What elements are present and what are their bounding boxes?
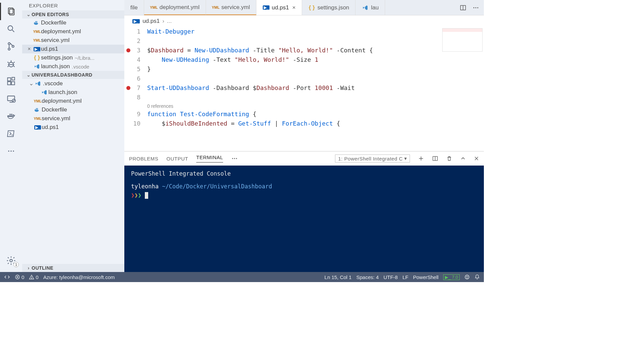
editor-tab[interactable]: file (124, 0, 144, 15)
warnings-status[interactable]: 0 (29, 274, 38, 280)
panel-tab-terminal[interactable]: TERMINAL (196, 154, 223, 163)
svg-point-45 (477, 7, 478, 8)
terminal[interactable]: PowerShell Integrated Console tyleonha ~… (124, 166, 484, 272)
open-editor-item[interactable]: launch.json.vscode (22, 62, 124, 71)
prompt-icon: ❯ (131, 192, 134, 198)
yaml-icon: YML (34, 117, 41, 121)
svg-point-46 (232, 158, 233, 159)
editor-tab[interactable]: { }settings.json (302, 0, 356, 15)
remote-status-icon[interactable] (4, 274, 10, 280)
svg-rect-14 (8, 78, 11, 81)
svg-rect-40 (37, 108, 38, 109)
svg-rect-37 (36, 109, 37, 110)
open-editor-item[interactable]: ×▶_ud.ps1 (22, 45, 124, 53)
yaml-icon: YML (33, 38, 41, 42)
feedback-icon[interactable] (464, 274, 470, 280)
svg-point-43 (473, 7, 474, 8)
svg-rect-25 (9, 114, 11, 115)
open-editor-item[interactable]: YMLdeployment.yml (22, 27, 124, 36)
minimap[interactable] (442, 28, 483, 52)
encoding-status[interactable]: UTF-8 (383, 274, 398, 280)
bottom-panel: PROBLEMS OUTPUT TERMINAL 1: PowerShell I… (124, 151, 484, 272)
json-icon: { } (34, 54, 40, 61)
open-editors-header[interactable]: ⌄ OPEN EDITORS (22, 10, 124, 18)
new-terminal-icon[interactable] (418, 155, 424, 162)
explorer-sidebar: EXPLORER ⌄ OPEN EDITORS DockerfileYMLdep… (22, 0, 124, 272)
notifications-icon[interactable] (474, 274, 480, 280)
spaces-status[interactable]: Spaces: 4 (356, 274, 379, 280)
svg-rect-36 (35, 109, 36, 110)
docker-activity-icon[interactable] (0, 107, 22, 125)
yaml-icon: YML (34, 99, 41, 103)
code-editor[interactable]: 12345678910 Wait-Debugger$Dashboard = Ne… (124, 27, 484, 151)
more-tabs-icon[interactable] (472, 4, 479, 11)
source-control-activity-icon[interactable] (0, 38, 22, 55)
file-tree-item[interactable]: ▶_ud.ps1 (22, 123, 124, 132)
editor-tab[interactable]: YMLservice.yml (206, 0, 256, 15)
vscode-icon (41, 89, 47, 95)
debug-activity-icon[interactable] (0, 55, 22, 73)
dropdown-icon: ▾ (404, 155, 407, 162)
panel-tab-problems[interactable]: PROBLEMS (129, 156, 158, 162)
editor-tab[interactable]: ▶_ud.ps1× (256, 0, 302, 15)
remote-activity-icon[interactable] (0, 90, 22, 107)
folder-vscode[interactable]: ⌄ .vscode (22, 79, 124, 88)
workspace-header[interactable]: ⌄ UNIVERSALDASHBOARD (22, 71, 124, 79)
panel-tab-output[interactable]: OUTPUT (166, 156, 188, 162)
docker-icon (34, 107, 41, 112)
split-terminal-icon[interactable] (432, 155, 438, 162)
svg-point-5 (8, 48, 10, 50)
panel-more-icon[interactable] (231, 155, 238, 162)
svg-point-44 (475, 7, 476, 8)
powershell-version-status[interactable]: ▶_ 7.0 (443, 274, 460, 280)
cursor-position-status[interactable]: Ln 15, Col 1 (325, 274, 352, 280)
svg-line-12 (13, 66, 15, 67)
close-icon[interactable]: × (26, 46, 33, 52)
svg-point-27 (8, 150, 9, 152)
breakpoint-icon[interactable] (126, 48, 130, 52)
editor-tab[interactable]: lau (356, 0, 385, 15)
yaml-icon: YML (150, 5, 158, 9)
open-editor-item[interactable]: YMLservice.yml (22, 36, 124, 45)
chevron-down-icon: ⌄ (29, 80, 35, 87)
eol-status[interactable]: LF (403, 274, 409, 280)
breakpoint-icon[interactable] (126, 86, 130, 90)
file-tree-item[interactable]: launch.json (22, 88, 124, 97)
maximize-panel-icon[interactable] (460, 156, 466, 161)
file-tree-item[interactable]: YMLservice.yml (22, 114, 124, 123)
file-tree-item[interactable]: Dockerfile (22, 105, 124, 114)
svg-rect-26 (11, 114, 12, 115)
azure-status[interactable]: Azure: tyleonha@microsoft.com (43, 274, 115, 280)
settings-activity-icon[interactable]: 1 (0, 252, 22, 269)
powershell-file-icon: ▶_ (263, 5, 269, 10)
close-panel-icon[interactable] (474, 156, 479, 161)
search-activity-icon[interactable] (0, 20, 22, 38)
svg-rect-33 (36, 22, 37, 23)
svg-rect-34 (35, 21, 36, 22)
outline-header[interactable]: › OUTLINE (22, 264, 124, 272)
editor-tab[interactable]: YMLdeployment.yml (144, 0, 206, 15)
open-editor-item[interactable]: Dockerfile (22, 18, 124, 27)
powershell-activity-icon[interactable] (0, 125, 22, 142)
svg-rect-17 (12, 77, 14, 80)
vscode-icon (34, 63, 40, 70)
open-editor-item[interactable]: { }settings.json~/Libra... (22, 53, 124, 62)
svg-rect-35 (36, 21, 37, 22)
more-activity-icon[interactable] (0, 142, 22, 160)
kill-terminal-icon[interactable] (446, 155, 452, 162)
terminal-select[interactable]: 1: PowerShell Integrated C ▾ (335, 154, 410, 163)
errors-status[interactable]: 0 (15, 274, 24, 280)
breadcrumb[interactable]: ▶_ ud.ps1 › ... (124, 15, 484, 27)
language-status[interactable]: PowerShell (413, 274, 439, 280)
extensions-activity-icon[interactable] (0, 73, 22, 90)
svg-rect-15 (8, 82, 11, 85)
svg-rect-16 (11, 82, 14, 85)
split-editor-icon[interactable] (460, 4, 466, 11)
svg-line-10 (13, 62, 15, 63)
svg-point-61 (466, 276, 466, 277)
svg-point-47 (234, 158, 235, 159)
explorer-activity-icon[interactable] (0, 3, 22, 20)
file-tree-item[interactable]: YMLdeployment.yml (22, 97, 124, 105)
terminal-user: tyleonha (131, 183, 159, 190)
close-tab-icon[interactable]: × (292, 4, 296, 11)
